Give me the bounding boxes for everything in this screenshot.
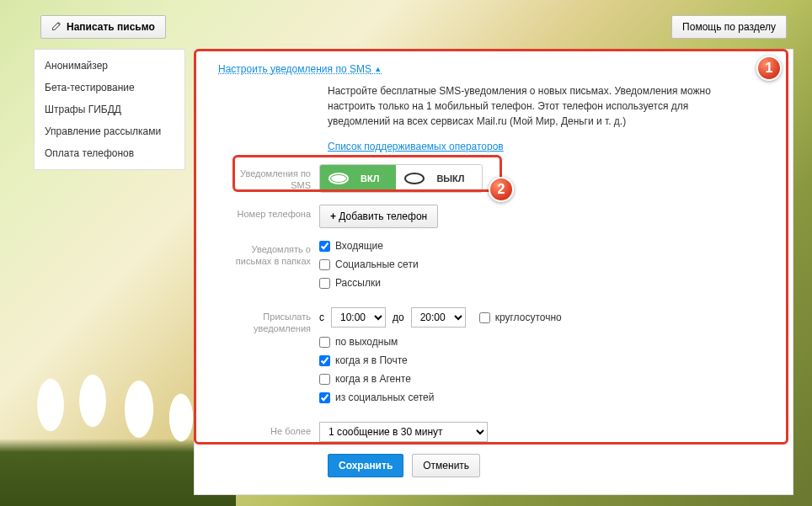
row-schedule: Присылать уведомления с 10:00 до 20:00 к… bbox=[218, 307, 769, 410]
time-range: с 10:00 до 20:00 круглосуточно bbox=[319, 307, 769, 328]
checkbox[interactable] bbox=[319, 337, 330, 348]
toggle-off[interactable]: ВЫКЛ bbox=[396, 165, 481, 192]
section-description: Настройте бесплатные SMS-уведомления о н… bbox=[328, 83, 732, 129]
help-button[interactable]: Помощь по разделу bbox=[671, 15, 787, 39]
settings-panel: Настроить уведомления по SMS ▲ Настройте… bbox=[194, 49, 793, 495]
topbar: Написать письмо Помощь по разделу bbox=[34, 15, 793, 44]
folder-social[interactable]: Социальные сети bbox=[319, 258, 769, 270]
annotation-badge-1: 1 bbox=[756, 56, 782, 81]
sidebar-item-beta[interactable]: Бета-тестирование bbox=[35, 77, 184, 99]
sidebar-item-subscriptions[interactable]: Управление рассылками bbox=[35, 120, 184, 142]
checkbox[interactable] bbox=[319, 241, 330, 252]
opt-from-social[interactable]: из социальных сетей bbox=[319, 391, 769, 403]
sidebar-item-fines[interactable]: Штрафы ГИБДД bbox=[35, 99, 184, 120]
folder-inbox[interactable]: Входящие bbox=[319, 240, 769, 252]
limit-select[interactable]: 1 сообщение в 30 минут bbox=[319, 422, 488, 442]
checkbox[interactable] bbox=[479, 312, 490, 323]
sidebar: Анонимайзер Бета-тестирование Штрафы ГИБ… bbox=[34, 49, 185, 170]
opt-in-mail[interactable]: когда я в Почте bbox=[319, 354, 769, 366]
opt-in-agent[interactable]: когда я в Агенте bbox=[319, 373, 769, 385]
folders-list: Входящие Социальные сети Рассылки bbox=[319, 240, 769, 296]
label-limit: Не более bbox=[218, 422, 319, 437]
radio-on-icon bbox=[329, 173, 349, 184]
section-title[interactable]: Настроить уведомления по SMS ▲ bbox=[218, 63, 769, 75]
save-button[interactable]: Сохранить bbox=[328, 454, 403, 477]
sms-toggle[interactable]: ВКЛ ВЫКЛ bbox=[319, 164, 483, 193]
checkbox[interactable] bbox=[319, 374, 330, 385]
checkbox[interactable] bbox=[319, 278, 330, 289]
time-to-select[interactable]: 20:00 bbox=[411, 307, 466, 328]
compose-label: Написать письмо bbox=[67, 21, 155, 33]
checkbox[interactable] bbox=[319, 259, 330, 270]
compose-button[interactable]: Написать письмо bbox=[40, 15, 166, 39]
label-folders: Уведомлять о письмах в папках bbox=[218, 240, 319, 268]
help-label: Помощь по разделу bbox=[682, 21, 776, 33]
plus-icon: + bbox=[330, 210, 336, 222]
time-from-select[interactable]: 10:00 bbox=[331, 307, 386, 328]
folder-newsletters[interactable]: Рассылки bbox=[319, 277, 769, 289]
sidebar-item-anonymizer[interactable]: Анонимайзер bbox=[35, 55, 184, 77]
checkbox[interactable] bbox=[319, 392, 330, 403]
label-sms: Уведомления по SMS bbox=[218, 164, 319, 192]
to-label: до bbox=[393, 312, 404, 323]
cancel-button[interactable]: Отменить bbox=[412, 454, 480, 477]
checkbox[interactable] bbox=[319, 355, 330, 366]
opt-allday[interactable]: круглосуточно bbox=[479, 312, 562, 323]
toggle-on[interactable]: ВКЛ bbox=[320, 165, 396, 192]
row-limit: Не более 1 сообщение в 30 минут bbox=[218, 422, 769, 442]
row-phone: Номер телефона + Добавить телефон bbox=[218, 205, 769, 228]
label-phone: Номер телефона bbox=[218, 205, 319, 220]
opt-weekends[interactable]: по выходным bbox=[319, 336, 769, 348]
app-window: Написать письмо Помощь по разделу Аноним… bbox=[34, 15, 793, 491]
annotation-badge-2: 2 bbox=[489, 177, 514, 202]
label-schedule: Присылать уведомления bbox=[218, 307, 319, 335]
caret-up-icon: ▲ bbox=[374, 65, 382, 73]
from-label: с bbox=[319, 312, 324, 323]
row-folders: Уведомлять о письмах в папках Входящие С… bbox=[218, 240, 769, 296]
add-phone-button[interactable]: + Добавить телефон bbox=[319, 205, 438, 228]
sidebar-item-phone-pay[interactable]: Оплата телефонов bbox=[35, 142, 184, 164]
content-wrap: Настроить уведомления по SMS ▲ Настройте… bbox=[194, 49, 793, 491]
radio-off-icon bbox=[404, 173, 425, 184]
operators-link[interactable]: Список поддерживаемых операторов bbox=[328, 141, 504, 152]
edit-icon bbox=[51, 21, 61, 34]
footer-buttons: Сохранить Отменить bbox=[328, 454, 769, 477]
